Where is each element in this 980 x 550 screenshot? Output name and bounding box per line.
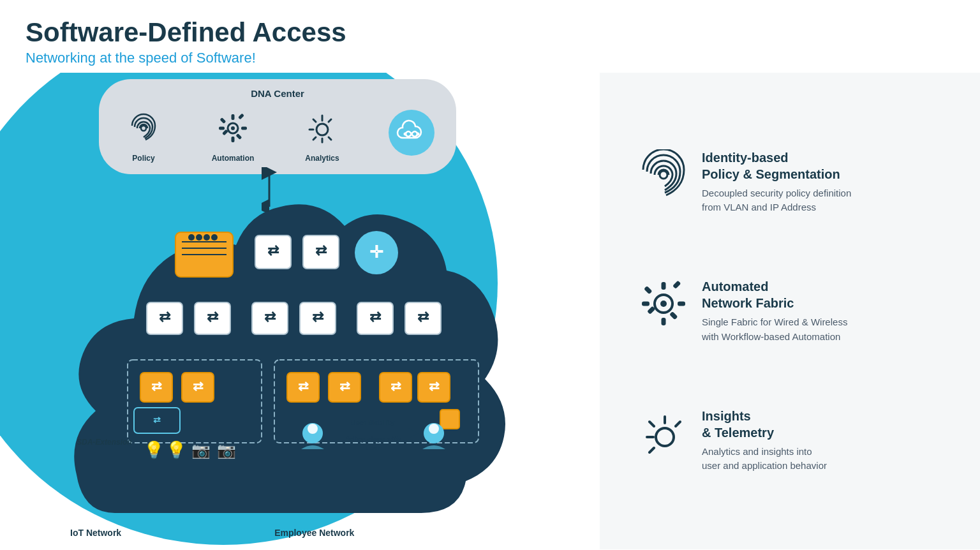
fabric-text: AutomatedNetwork Fabric Single Fabric fo… [702, 278, 847, 344]
svg-text:⇄: ⇄ [312, 309, 324, 325]
svg-text:⇄: ⇄ [369, 309, 382, 325]
svg-rect-87 [644, 286, 652, 294]
page-subtitle: Networking at the speed of Software! [26, 50, 954, 66]
svg-rect-66 [440, 410, 459, 429]
dna-icons-row: Policy [114, 105, 441, 163]
network-cloud: ⇄ ⇄ ✛ ⇄ ⇄ ⇄ ⇄ ⇄ ⇄ ⇄ [64, 143, 523, 513]
telemetry-desc: Analytics and insights intouser and appl… [702, 445, 827, 473]
svg-text:⇄: ⇄ [315, 242, 327, 258]
svg-text:user: user [365, 444, 380, 452]
identity-icon-area [638, 149, 689, 200]
feature-fabric: AutomatedNetwork Fabric Single Fabric fo… [638, 278, 948, 344]
svg-text:💡: 💡 [144, 440, 165, 460]
policy-label: Policy [132, 154, 154, 163]
svg-point-0 [141, 126, 146, 131]
svg-text:⇄: ⇄ [267, 242, 279, 258]
features-panel: Identity-basedPolicy & Segmentation Deco… [600, 73, 980, 549]
svg-point-19 [404, 133, 407, 136]
svg-point-20 [417, 133, 420, 136]
svg-line-94 [650, 422, 654, 426]
svg-text:📷: 📷 [191, 441, 211, 459]
feature-identity: Identity-basedPolicy & Segmentation Deco… [638, 149, 948, 215]
svg-text:⇄: ⇄ [298, 379, 309, 393]
svg-text:⇄: ⇄ [159, 309, 171, 325]
svg-text:⇄: ⇄ [153, 415, 161, 425]
svg-rect-84 [662, 318, 666, 325]
svg-rect-83 [662, 282, 666, 290]
svg-point-30 [204, 234, 210, 241]
svg-rect-7 [219, 117, 226, 124]
svg-line-18 [329, 137, 331, 140]
svg-line-17 [313, 137, 316, 140]
svg-point-2 [231, 126, 235, 130]
telemetry-text: Insights& Telemetry Analytics and insigh… [702, 408, 827, 473]
svg-rect-88 [669, 311, 678, 320]
svg-rect-9 [238, 114, 244, 120]
svg-line-95 [650, 448, 654, 452]
svg-rect-4 [232, 137, 235, 142]
svg-rect-85 [642, 302, 650, 306]
fabric-icon-area [638, 278, 689, 329]
employee-network-label: Employee Network [274, 528, 354, 538]
main-content: DNA Center Policy [0, 73, 980, 549]
svg-point-91 [656, 428, 674, 446]
svg-point-29 [196, 234, 202, 241]
identity-title: Identity-basedPolicy & Segmentation [702, 149, 851, 182]
policy-icon [121, 105, 167, 151]
cloud-dna-icon [389, 110, 434, 156]
identity-text: Identity-basedPolicy & Segmentation Deco… [702, 149, 851, 215]
automation-label: Automation [212, 154, 255, 163]
automation-icon [210, 105, 256, 151]
svg-text:⇄: ⇄ [207, 309, 219, 325]
svg-text:📷: 📷 [217, 441, 236, 459]
dna-center-box: DNA Center Policy [99, 79, 456, 174]
sda-extension-label: SDA-Extension [77, 438, 132, 447]
svg-rect-3 [232, 114, 235, 120]
analytics-large-icon [638, 408, 689, 459]
telemetry-icon-area [638, 408, 689, 459]
svg-text:💡: 💡 [166, 440, 187, 460]
svg-rect-8 [235, 133, 242, 140]
svg-rect-5 [219, 127, 225, 130]
svg-text:User Mobility: User Mobility [350, 419, 395, 426]
svg-rect-6 [241, 127, 247, 130]
svg-line-15 [313, 119, 316, 122]
fingerprint-large-icon [638, 149, 689, 200]
svg-text:⇄: ⇄ [390, 379, 401, 393]
fabric-desc: Single Fabric for Wired & Wirelesswith W… [702, 315, 847, 344]
automation-icon-item: Automation [210, 105, 256, 163]
svg-text:⇄: ⇄ [151, 379, 162, 393]
svg-line-16 [329, 119, 331, 122]
page-title: Software-Defined Access [26, 18, 954, 47]
telemetry-title: Insights& Telemetry [702, 408, 827, 441]
cloud-dna-icon-item [389, 110, 434, 158]
svg-text:✛: ✛ [369, 242, 383, 262]
bottom-labels: IoT Network Employee Network [70, 528, 354, 538]
svg-text:⇄: ⇄ [417, 309, 429, 325]
svg-text:⇄: ⇄ [264, 309, 276, 325]
svg-point-11 [316, 124, 328, 135]
analytics-icon [299, 105, 345, 151]
svg-point-80 [660, 171, 667, 179]
svg-point-31 [211, 234, 218, 241]
svg-point-28 [188, 234, 195, 241]
svg-text:Policy stays with: Policy stays with [345, 435, 401, 443]
svg-rect-86 [678, 302, 685, 306]
analytics-label: Analytics [305, 154, 339, 163]
svg-line-96 [676, 422, 680, 426]
svg-text:⇄: ⇄ [339, 379, 350, 393]
identity-desc: Decoupled security policy definitionfrom… [702, 186, 851, 215]
svg-rect-89 [672, 281, 681, 289]
policy-icon-item: Policy [121, 105, 167, 163]
svg-text:⇄: ⇄ [193, 379, 204, 393]
feature-telemetry: Insights& Telemetry Analytics and insigh… [638, 408, 948, 473]
diagram-area: DNA Center Policy [0, 73, 600, 549]
gear-large-icon [638, 278, 689, 329]
svg-point-74 [429, 424, 439, 434]
fabric-title: AutomatedNetwork Fabric [702, 278, 847, 311]
iot-network-label: IoT Network [70, 528, 121, 538]
svg-text:⇄: ⇄ [429, 379, 440, 393]
analytics-icon-item: Analytics [299, 105, 345, 163]
svg-point-82 [660, 301, 667, 307]
header: Software-Defined Access Networking at th… [0, 0, 980, 73]
